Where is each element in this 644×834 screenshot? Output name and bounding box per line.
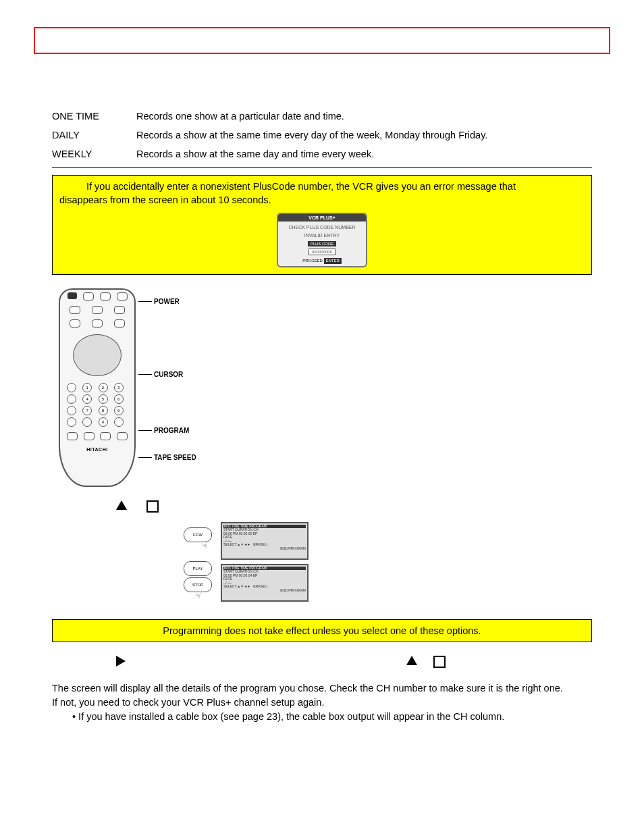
- bottom-key-1-icon: [67, 432, 78, 440]
- callout-power: POWER: [138, 298, 180, 305]
- up-arrow-icon-2: [406, 656, 417, 665]
- callout-tape-speed: TAPE SPEED: [138, 454, 196, 461]
- num-1-icon: 1: [82, 383, 92, 392]
- num-0-icon: 0: [99, 417, 108, 427]
- red-header-bar: [34, 27, 610, 54]
- body-p2: If not, you need to check your VCR Plus+…: [52, 696, 592, 710]
- num-6-icon: 6: [114, 394, 124, 404]
- finger-press-icon-2: ☟: [195, 590, 201, 600]
- vol-down-icon: [70, 319, 80, 328]
- remote-brand: HITACHI: [60, 447, 134, 452]
- desc-one-time: Records one show at a particular date an…: [136, 107, 592, 126]
- desc-weekly: Records a show at the same day and time …: [136, 145, 592, 163]
- ch-down-icon: [92, 319, 103, 328]
- cursor-pad-icon: [73, 334, 122, 376]
- term-weekly: WEEKLY: [52, 145, 136, 163]
- body-bullet-1: • If you have installed a cable box (see…: [72, 710, 592, 724]
- desc-daily: Records a show at the same time every da…: [136, 126, 592, 145]
- error-dialog-title: VCR PLUS+: [278, 214, 366, 222]
- note-programming-effect: Programming does not take effect unless …: [52, 619, 592, 642]
- bottom-key-4-icon: [117, 432, 128, 440]
- icon-row-2: [52, 656, 592, 669]
- up-arrow-icon: [116, 500, 127, 510]
- enter-button-label: ENTER: [324, 258, 342, 263]
- note1-line2: disappears from the screen in about 10 s…: [59, 194, 271, 205]
- remote-body: 1 2 3 4 5 6 7 8 9 0: [59, 288, 136, 487]
- num-8-icon: 8: [99, 406, 108, 415]
- callout-cursor: CURSOR: [138, 371, 183, 378]
- note2-text: Programming does not take effect unless …: [163, 625, 481, 636]
- table-row: DAILY Records a show at the same time ev…: [52, 126, 592, 145]
- vcr-button-icon: [83, 292, 94, 301]
- error-dialog-check: CHECK PLUS CODE NUMBER: [278, 224, 366, 231]
- remote-illustration: 1 2 3 4 5 6 7 8 9 0: [52, 288, 592, 491]
- pluscode-label: PLUS CODE: [308, 241, 337, 246]
- play-button-icon: PLAY: [184, 561, 212, 576]
- note1-line1: If you accidentally enter a nonexistent …: [86, 181, 516, 192]
- power-button-icon: [68, 292, 77, 299]
- aux-key-icon: [114, 417, 124, 427]
- num-2-icon: 2: [99, 383, 108, 392]
- table-row: ONE TIME Records one show at a particula…: [52, 107, 592, 126]
- program-key-icon: [67, 406, 76, 415]
- num-5-icon: 5: [99, 394, 108, 404]
- blank-space: [34, 59, 610, 107]
- definitions-table: ONE TIME Records one show at a particula…: [52, 107, 592, 163]
- num-3-icon: 3: [114, 383, 124, 392]
- stop-square-icon: [146, 500, 159, 513]
- term-daily: DAILY: [52, 126, 136, 145]
- proceed-label: PROCEED: [302, 259, 323, 263]
- osd-screen-2: NO1 ONE TIME PROGRAM START DURATION CH 0…: [221, 564, 308, 602]
- display-key-icon: [67, 394, 76, 404]
- bottom-key-2-icon: [84, 432, 95, 440]
- body-text-block: The screen will display all the details …: [52, 681, 592, 724]
- term-one-time: ONE TIME: [52, 107, 136, 126]
- vol-up-icon: [70, 306, 80, 314]
- bottom-key-3-icon: [100, 432, 111, 440]
- programming-diagram: F.FW ☟ PLAY STOP ☟ NO1 ONE TIME PROGRAM …: [52, 522, 592, 610]
- divider: [52, 167, 592, 168]
- callout-program: PROGRAM: [138, 427, 189, 434]
- misc2-button-icon: [114, 319, 125, 328]
- icon-row-1: [52, 500, 592, 513]
- note-error-pluscode: If you accidentally enter a nonexistent …: [52, 175, 592, 275]
- table-row: WEEKLY Records a show at the same day an…: [52, 145, 592, 163]
- ch-up-icon: [92, 306, 103, 314]
- misc-button-icon: [114, 306, 125, 314]
- reset-key-icon: [82, 417, 92, 427]
- num-7-icon: 7: [82, 406, 92, 415]
- body-p1: The screen will display all the details …: [52, 681, 592, 696]
- osd-screen-1: NO1 ONE TIME PROGRAM START DURATION CH 0…: [221, 522, 308, 560]
- guide-key-icon: [67, 383, 76, 392]
- tv-button-icon: [100, 292, 111, 301]
- error-dialog: VCR PLUS+ CHECK PLUS CODE NUMBER INVALID…: [277, 213, 367, 267]
- finger-press-icon: ☟: [202, 540, 208, 550]
- num-9-icon: 9: [114, 406, 124, 415]
- stop-square-icon-2: [433, 656, 446, 668]
- pluscode-value: 000000000: [308, 249, 336, 255]
- catv-button-icon: [117, 292, 128, 301]
- clear-key-icon: [67, 417, 76, 427]
- number-grid: 1 2 3 4 5 6 7 8 9 0: [60, 380, 134, 429]
- error-dialog-invalid: INVALID ENTRY: [278, 232, 366, 239]
- right-arrow-icon: [116, 656, 126, 667]
- num-4-icon: 4: [82, 394, 92, 404]
